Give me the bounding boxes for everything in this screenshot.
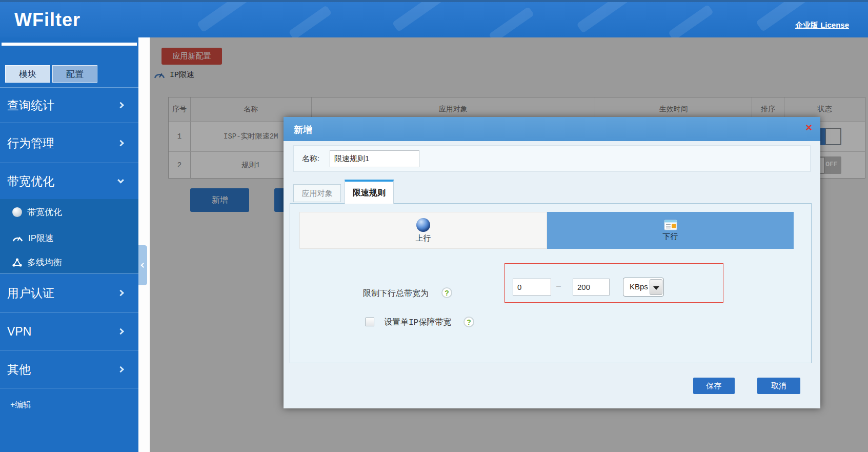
sub-item-label: 带宽优化 <box>27 206 62 218</box>
guarantee-label: 设置单IP保障带宽 <box>384 317 451 328</box>
sidebar-item-label: 行为管理 <box>7 135 54 151</box>
content-left-strip <box>138 37 150 452</box>
direction-upstream[interactable]: 上行 <box>299 212 547 249</box>
unit-select[interactable]: KBps <box>623 278 664 297</box>
tab-config[interactable]: 配置 <box>52 65 97 83</box>
chevron-right-icon <box>117 290 124 297</box>
keyboard-pattern <box>489 7 534 37</box>
app-logo: WFilter <box>14 9 80 31</box>
sidebar-item-user-auth[interactable]: 用户认证 <box>0 273 138 312</box>
sidebar-submenu: 带宽优化 IP限速 多线均衡 <box>0 199 138 273</box>
sub-item-label: 多线均衡 <box>27 257 62 268</box>
sidebar-item-label: 带宽优化 <box>7 173 54 189</box>
screen: WFilter 企业版 License 模块 配置 查询统计 行为管理 带宽优化… <box>0 0 868 452</box>
max-bandwidth-input[interactable] <box>573 279 610 296</box>
guarantee-checkbox[interactable] <box>366 318 374 326</box>
chevron-right-icon <box>117 328 124 335</box>
sidebar-item-label: 查询统计 <box>7 97 54 113</box>
sidebar-item-label: VPN <box>7 324 31 338</box>
chevron-right-icon <box>117 102 124 109</box>
direction-toggle: 上行 下行 <box>299 212 794 249</box>
modal-title: 新增 <box>294 124 312 136</box>
tab-modules[interactable]: 模块 <box>5 65 50 83</box>
direction-label: 上行 <box>416 233 431 243</box>
limit-rule-panel: 上行 下行 – <box>290 203 812 363</box>
range-dash: – <box>556 281 561 290</box>
cancel-button[interactable]: 取消 <box>757 378 800 394</box>
name-section: 名称: <box>293 145 811 172</box>
license-link[interactable]: 企业版 License <box>795 21 849 30</box>
sidebar-item-vpn[interactable]: VPN <box>0 312 138 350</box>
sidebar-item-behavior[interactable]: 行为管理 <box>0 123 138 163</box>
keyboard-pattern <box>392 0 449 32</box>
sidebar: 模块 配置 查询统计 行为管理 带宽优化 带宽优化 I <box>0 37 138 452</box>
min-bandwidth-input[interactable] <box>513 279 551 296</box>
help-icon[interactable]: ? <box>463 317 474 327</box>
caret-down-icon <box>653 286 659 290</box>
document-icon <box>664 220 677 230</box>
limit-bandwidth-label: 限制下行总带宽为 <box>363 288 429 299</box>
dropdown-arrow-button[interactable] <box>650 279 662 295</box>
bandwidth-range-highlight: – KBps <box>504 263 723 303</box>
sidebar-item-label: 其他 <box>7 361 31 377</box>
sidebar-item-query-stats[interactable]: 查询统计 <box>0 87 138 123</box>
help-icon[interactable]: ? <box>441 287 452 298</box>
keyboard-pattern <box>288 5 332 37</box>
chevron-right-icon <box>117 366 124 372</box>
edit-menu-link[interactable]: +编辑 <box>10 400 31 410</box>
sidebar-item-other[interactable]: 其他 <box>0 350 138 388</box>
add-rule-modal: 新增 × 名称: 应用对象 限速规则 上行 <box>284 117 820 408</box>
keyboard-pattern <box>668 5 714 37</box>
loadbalance-icon <box>12 258 22 267</box>
direction-label: 下行 <box>663 232 678 242</box>
unit-select-value: KBps <box>630 282 648 291</box>
tab-apply-target[interactable]: 应用对象 <box>293 184 341 202</box>
tab-limit-rule[interactable]: 限速规则 <box>345 180 394 204</box>
chevron-right-icon <box>117 140 124 146</box>
gauge-icon <box>12 234 23 242</box>
save-button[interactable]: 保存 <box>693 378 735 394</box>
keyboard-pattern <box>197 0 250 33</box>
close-icon[interactable]: × <box>805 122 812 133</box>
direction-downstream[interactable]: 下行 <box>547 212 794 249</box>
sub-item-label: IP限速 <box>28 232 54 244</box>
modal-titlebar: 新增 × <box>284 117 820 141</box>
sphere-icon <box>12 207 22 217</box>
keyboard-pattern <box>576 0 631 33</box>
rule-name-input[interactable] <box>330 150 419 167</box>
sidebar-item-ip-limit[interactable]: IP限速 <box>12 230 54 246</box>
sidebar-item-multiline[interactable]: 多线均衡 <box>12 254 62 270</box>
sidebar-tabs: 模块 配置 <box>0 65 138 83</box>
app-header: WFilter 企业版 License <box>0 0 868 37</box>
chevron-down-icon <box>117 177 124 184</box>
chevron-left-icon <box>141 263 146 268</box>
sidebar-item-bandwidth[interactable]: 带宽优化 <box>0 163 138 199</box>
sidebar-item-label: 用户认证 <box>7 285 54 301</box>
globe-icon <box>416 218 430 232</box>
sidebar-collapse-handle[interactable] <box>138 245 147 285</box>
sidebar-top-highlight <box>2 43 137 46</box>
sidebar-item-bandwidth-opt[interactable]: 带宽优化 <box>12 204 62 220</box>
name-label: 名称: <box>302 154 319 164</box>
